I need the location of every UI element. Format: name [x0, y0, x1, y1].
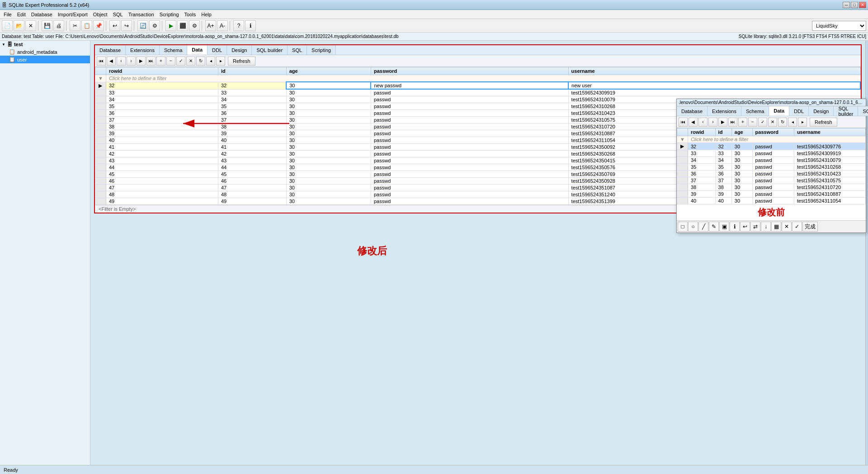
cell-age[interactable]: 30 [286, 130, 371, 137]
next-page-button[interactable]: ▶ [137, 57, 146, 66]
cell-password[interactable]: passwd [371, 171, 568, 178]
cell-id[interactable]: 37 [218, 117, 286, 123]
sw-cell-password[interactable]: passwd [752, 143, 794, 150]
paste-button[interactable]: 📌 [93, 20, 104, 31]
sw-first-button[interactable]: ⏮ [679, 118, 688, 127]
database-node[interactable]: ▼ 🗄 test [0, 41, 90, 48]
sw-tab-ddl[interactable]: DDL [789, 106, 809, 116]
stop-button[interactable]: ⬛ [177, 20, 188, 31]
menu-item-scripting[interactable]: Scripting [157, 11, 182, 18]
tab-ddl[interactable]: DDL [208, 45, 227, 55]
cell-id[interactable]: 46 [218, 178, 286, 185]
tab-scripting[interactable]: Scripting [307, 45, 336, 55]
run-button[interactable]: ▶ [165, 20, 176, 31]
col-header-password[interactable]: password [371, 67, 568, 75]
second-window-table-container[interactable]: rowid id age password username ▼ Click h… [677, 128, 866, 204]
new-button[interactable]: 📄 [2, 20, 13, 31]
draw-tool-5[interactable]: ℹ [730, 222, 740, 232]
font-smaller-button[interactable]: A- [217, 20, 228, 31]
menu-item-tools[interactable]: Tools [182, 11, 199, 18]
table-row[interactable]: 363630passwdtest1596524310423 [677, 171, 866, 177]
cell-password[interactable]: passwd [371, 123, 568, 130]
cell-rowid[interactable]: 32 [106, 82, 218, 89]
cell-age[interactable]: 30 [286, 191, 371, 198]
cell-password[interactable]: passwd [371, 157, 568, 164]
cell-password[interactable]: passwd [371, 151, 568, 157]
cell-age[interactable]: 30 [286, 198, 371, 205]
cell-id[interactable]: 40 [218, 137, 286, 144]
cell-id[interactable]: 48 [218, 191, 286, 198]
cell-rowid[interactable]: 49 [106, 198, 218, 205]
cell-age[interactable]: 30 [286, 117, 371, 123]
sw-commit-button[interactable]: ✓ [758, 118, 767, 127]
cell-rowid[interactable]: 40 [106, 137, 218, 144]
cell-rowid[interactable]: 47 [106, 185, 218, 191]
sw-reload-button[interactable]: ↻ [778, 118, 787, 127]
sidebar-item-android-metadata[interactable]: 📋 android_metadata [0, 48, 90, 56]
draw-tool-4[interactable]: ▣ [719, 222, 729, 232]
cell-id[interactable]: 38 [218, 123, 286, 130]
cell-password[interactable]: passwd [371, 110, 568, 117]
cell-password[interactable]: passwd [371, 137, 568, 144]
sw-prev-page-button[interactable]: ◀ [689, 118, 698, 127]
cancel-edit-button[interactable]: ✕ [186, 57, 195, 66]
sw-cell-age[interactable]: 30 [731, 150, 752, 157]
sw-col-left-button[interactable]: ◂ [788, 118, 797, 127]
cell-password[interactable]: passwd [371, 117, 568, 123]
about-button[interactable]: ℹ [245, 20, 256, 31]
theme-select[interactable]: LiquidSky [812, 21, 866, 31]
sw-filter-cell[interactable]: Click here to define a filter [688, 136, 865, 143]
cell-rowid[interactable]: 38 [106, 123, 218, 130]
table-row[interactable]: 404030passwdtest1596524311054 [677, 198, 866, 204]
maximize-button[interactable]: □ [851, 2, 858, 8]
cell-id[interactable]: 35 [218, 103, 286, 110]
sw-cell-age[interactable]: 30 [731, 164, 752, 171]
cell-age[interactable]: 30 [286, 157, 371, 164]
print-button[interactable]: 🖨 [53, 20, 64, 31]
cell-age[interactable]: 30 [286, 103, 371, 110]
cell-id[interactable]: 33 [218, 89, 286, 96]
sw-cell-rowid[interactable]: 37 [688, 177, 715, 184]
cell-rowid[interactable]: 36 [106, 110, 218, 117]
cell-rowid[interactable]: 48 [106, 191, 218, 198]
tab-design[interactable]: Design [227, 45, 252, 55]
sw-col-username[interactable]: username [794, 128, 865, 136]
tab-sql-builder[interactable]: SQL builder [252, 45, 288, 55]
sw-cell-password[interactable]: passwd [752, 198, 794, 204]
sw-cell-password[interactable]: passwd [752, 177, 794, 184]
cell-age[interactable]: 30 [286, 171, 371, 178]
sw-col-rowid[interactable]: rowid [688, 128, 715, 136]
cell-username[interactable]: new user [568, 82, 860, 89]
sw-cell-password[interactable]: passwd [752, 184, 794, 191]
sw-cell-age[interactable]: 30 [731, 198, 752, 204]
tab-database[interactable]: Database [95, 45, 126, 55]
sw-tab-database[interactable]: Database [677, 106, 708, 116]
sw-cell-password[interactable]: passwd [752, 191, 794, 198]
table-row[interactable]: 373730passwdtest1596524310575 [677, 177, 866, 184]
close-button[interactable]: ✕ [25, 20, 36, 31]
cell-password[interactable]: passwd [371, 198, 568, 205]
draw-done-button[interactable]: 完成 [802, 222, 818, 232]
sw-cell-rowid[interactable]: 36 [688, 171, 715, 177]
cell-id[interactable]: 34 [218, 96, 286, 103]
sidebar-item-user[interactable]: 📋 user [0, 56, 90, 63]
sw-cell-id[interactable]: 37 [715, 177, 731, 184]
cell-rowid[interactable]: 45 [106, 171, 218, 178]
cell-rowid[interactable]: 43 [106, 157, 218, 164]
sw-col-right-button[interactable]: ▸ [798, 118, 807, 127]
sw-cell-age[interactable]: 30 [731, 143, 752, 150]
cell-age[interactable]: 30 [286, 178, 371, 185]
col-header-age[interactable]: age [286, 67, 371, 75]
cell-rowid[interactable]: 33 [106, 89, 218, 96]
sw-cell-id[interactable]: 40 [715, 198, 731, 204]
sw-cell-id[interactable]: 36 [715, 171, 731, 177]
cell-id[interactable]: 42 [218, 151, 286, 157]
cell-id[interactable]: 41 [218, 144, 286, 151]
cell-password[interactable]: passwd [371, 103, 568, 110]
draw-tool-2[interactable]: ╱ [698, 222, 708, 232]
sw-cell-id[interactable]: 35 [715, 164, 731, 171]
sw-cell-rowid[interactable]: 35 [688, 164, 715, 171]
cell-password[interactable]: new passwd [371, 82, 568, 89]
sw-filter-row[interactable]: ▼ Click here to define a filter [677, 136, 866, 143]
sw-col-id[interactable]: id [715, 128, 731, 136]
